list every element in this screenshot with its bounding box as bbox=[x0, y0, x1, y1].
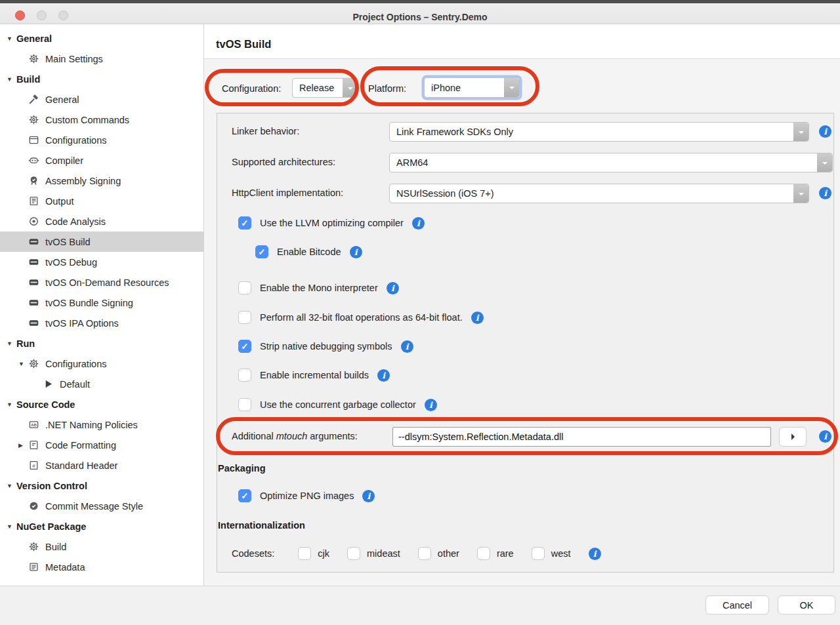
tv-icon bbox=[28, 236, 41, 247]
disclosure-down-icon[interactable]: ▼ bbox=[5, 340, 16, 347]
disclosure-right-icon[interactable]: ▶ bbox=[17, 442, 28, 449]
info-icon[interactable]: i bbox=[401, 340, 413, 353]
codeset-west-checkbox[interactable] bbox=[532, 547, 545, 560]
sidebar-item-main-settings[interactable]: Main Settings bbox=[0, 49, 203, 69]
platform-select-value: iPhone bbox=[431, 83, 461, 93]
sidebar-item-configurations[interactable]: ▼Configurations bbox=[0, 353, 203, 374]
sidebar-item-net-naming-policies[interactable]: AB.NET Naming Policies bbox=[0, 414, 203, 435]
info-icon[interactable]: i bbox=[425, 399, 437, 411]
sidebar-item-standard-header[interactable]: #Standard Header bbox=[0, 455, 203, 475]
svg-text:#: # bbox=[32, 463, 35, 469]
enable-bitcode-label: Enable Bitcode bbox=[277, 247, 341, 257]
strip-native-debugging-symbols-checkbox[interactable]: ✓ bbox=[238, 340, 251, 353]
optimize-png-images-label: Optimize PNG images bbox=[260, 491, 354, 501]
cancel-button[interactable]: Cancel bbox=[705, 595, 769, 615]
sidebar-item-nuget-package[interactable]: ▼NuGet Package bbox=[0, 516, 203, 536]
dropdown-arrow-icon bbox=[793, 123, 808, 141]
codeset-cjk-checkbox[interactable] bbox=[298, 547, 311, 560]
disclosure-down-icon[interactable]: ▼ bbox=[5, 483, 16, 489]
info-icon[interactable]: i bbox=[362, 490, 375, 502]
sidebar-item-run[interactable]: ▼Run bbox=[0, 333, 203, 353]
sidebar-item-build[interactable]: Build bbox=[0, 536, 203, 557]
gear-icon bbox=[28, 541, 41, 552]
sidebar-item-tvos-bundle-signing[interactable]: tvOS Bundle Signing bbox=[0, 292, 203, 313]
sidebar-item-label: Default bbox=[60, 379, 90, 390]
info-icon[interactable]: i bbox=[350, 246, 362, 258]
info-icon[interactable]: i bbox=[471, 312, 484, 324]
info-icon[interactable]: i bbox=[377, 369, 390, 382]
enable-the-mono-interpreter-checkbox[interactable] bbox=[238, 281, 251, 294]
gear-icon bbox=[28, 53, 41, 64]
disclosure-down-icon[interactable]: ▼ bbox=[5, 35, 16, 42]
sidebar-item-code-formatting[interactable]: ▶Code Formatting bbox=[0, 435, 203, 455]
configuration-select[interactable]: Release bbox=[292, 78, 358, 98]
sidebar-item-build[interactable]: ▼Build bbox=[0, 69, 203, 89]
sidebar-item-source-code[interactable]: ▼Source Code bbox=[0, 394, 203, 414]
sidebar-item-commit-message-style[interactable]: Commit Message Style bbox=[0, 496, 203, 516]
disclosure-down-icon[interactable]: ▼ bbox=[5, 523, 16, 530]
internationalization-heading: Internationalization bbox=[218, 520, 305, 531]
robot-icon bbox=[28, 155, 41, 166]
sidebar-item-code-analysis[interactable]: Code Analysis bbox=[0, 211, 203, 232]
sidebar-item-compiler[interactable]: Compiler bbox=[0, 150, 203, 171]
sidebar-item-general[interactable]: General bbox=[0, 89, 203, 110]
sidebar-item-label: Custom Commands bbox=[45, 115, 129, 125]
check-circle-icon bbox=[28, 500, 41, 512]
sidebar-item-configurations[interactable]: Configurations bbox=[0, 130, 203, 150]
sidebar-item-tvos-debug[interactable]: tvOS Debug bbox=[0, 252, 203, 272]
sidebar-item-label: Standard Header bbox=[45, 460, 117, 471]
ok-button[interactable]: OK bbox=[778, 595, 835, 615]
sidebar-item-metadata[interactable]: Metadata bbox=[0, 557, 203, 577]
strip-native-debugging-symbols-label: Strip native debugging symbols bbox=[260, 341, 392, 352]
disclosure-down-icon[interactable]: ▼ bbox=[5, 76, 16, 83]
info-icon[interactable]: i bbox=[589, 548, 601, 560]
mtouch-expand-button[interactable] bbox=[779, 427, 807, 447]
sidebar-item-label: tvOS IPA Options bbox=[45, 318, 119, 329]
platform-select[interactable]: iPhone bbox=[424, 77, 520, 98]
sidebar-item-output[interactable]: Output bbox=[0, 191, 203, 211]
supported-architectures-select[interactable]: ARM64 bbox=[389, 153, 833, 172]
info-icon[interactable]: i bbox=[819, 187, 831, 199]
httpclient-implementation-select[interactable]: NSUrlSession (iOS 7+) bbox=[389, 184, 809, 203]
optimize-png-images-checkbox[interactable]: ✓ bbox=[238, 489, 251, 502]
enable-bitcode-checkbox[interactable]: ✓ bbox=[255, 245, 268, 258]
mtouch-arguments-input[interactable] bbox=[392, 427, 771, 447]
strip-native-debugging-symbols-row: ✓Strip native debugging symbolsi bbox=[238, 340, 413, 353]
linker-behavior-select[interactable]: Link Framework SDKs Only bbox=[389, 122, 809, 142]
sidebar-item-label: tvOS Bundle Signing bbox=[45, 298, 133, 308]
disclosure-down-icon[interactable]: ▼ bbox=[5, 401, 16, 408]
sidebar-item-custom-commands[interactable]: Custom Commands bbox=[0, 110, 203, 130]
sidebar-item-general[interactable]: ▼General bbox=[0, 28, 203, 49]
sidebar-item-tvos-on-demand-resources[interactable]: tvOS On-Demand Resources bbox=[0, 272, 203, 292]
codeset-label: west bbox=[551, 548, 571, 559]
codeset-item-other: other bbox=[418, 547, 459, 560]
sidebar-item-default[interactable]: Default bbox=[0, 374, 203, 394]
info-icon[interactable]: i bbox=[412, 217, 425, 230]
sidebar-item-label: Code Analysis bbox=[45, 216, 106, 227]
ab-box-icon: AB bbox=[28, 419, 41, 430]
codeset-mideast-checkbox[interactable] bbox=[347, 547, 360, 560]
dropdown-arrow-icon bbox=[793, 184, 808, 203]
codeset-rare-checkbox[interactable] bbox=[477, 547, 490, 560]
use-the-llvm-optimizing-compiler-checkbox[interactable]: ✓ bbox=[238, 216, 251, 230]
window-icon bbox=[28, 134, 41, 146]
linker-behavior-label: Linker behavior: bbox=[232, 126, 299, 136]
info-icon[interactable]: i bbox=[819, 430, 831, 443]
perform-all-32-bit-float-operations-as-6-row: Perform all 32-bit float operations as 6… bbox=[238, 311, 484, 324]
use-the-concurrent-garbage-collector-checkbox[interactable] bbox=[238, 398, 251, 411]
sidebar-item-tvos-ipa-options[interactable]: tvOS IPA Options bbox=[0, 313, 203, 333]
sidebar-item-tvos-build[interactable]: tvOS Build bbox=[0, 232, 203, 252]
sidebar-item-label: .NET Naming Policies bbox=[45, 420, 138, 430]
httpclient-implementation-label: HttpClient implementation: bbox=[232, 188, 343, 198]
sidebar-item-assembly-signing[interactable]: Assembly Signing bbox=[0, 171, 203, 191]
info-icon[interactable]: i bbox=[819, 125, 831, 138]
enable-incremental-builds-checkbox[interactable] bbox=[238, 369, 251, 382]
info-icon[interactable]: i bbox=[387, 282, 399, 294]
codeset-label: rare bbox=[497, 548, 514, 559]
sidebar-item-label: Build bbox=[45, 542, 66, 552]
codeset-other-checkbox[interactable] bbox=[418, 547, 431, 560]
sidebar-item-label: Assembly Signing bbox=[45, 176, 121, 186]
sidebar-item-version-control[interactable]: ▼Version Control bbox=[0, 475, 203, 496]
perform-all-32-bit-float-operations-as-6-checkbox[interactable] bbox=[238, 311, 251, 324]
disclosure-down-icon[interactable]: ▼ bbox=[17, 361, 28, 367]
